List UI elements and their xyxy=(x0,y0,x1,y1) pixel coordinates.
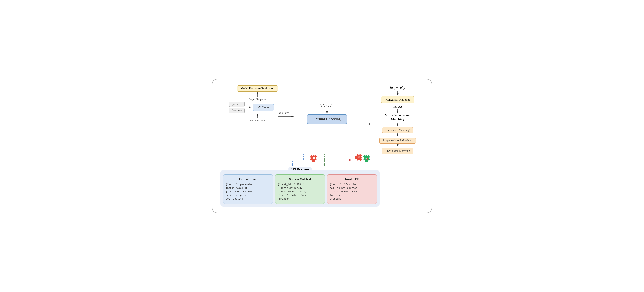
success-matched-code: {"dest_id":"13264", "latitude":37.8, "lo… xyxy=(278,183,322,201)
hungarian-mapping-box: Hungarian Mapping xyxy=(381,96,414,103)
fc-to-hungarian-arrow xyxy=(356,122,372,126)
rule-based-matching-box: Rule-based Matching xyxy=(382,127,413,133)
outer-diagram: Model Response Evaluation Output Respons… xyxy=(220,86,424,207)
response-based-matching-box: Response-based Matching xyxy=(380,138,416,144)
fc-model-box: FC Model xyxy=(253,104,274,111)
format-error-code: {"error":"parameter {param_name} of {fun… xyxy=(226,183,270,201)
success-matched-title: Success Matched xyxy=(278,178,322,181)
model-response-eval-box: Model Response Evaluation xyxy=(237,86,278,92)
functions-box: functions xyxy=(229,108,244,113)
left-column: Model Response Evaluation Output Respons… xyxy=(220,86,282,122)
arrow-to-llm xyxy=(396,144,399,147)
arrow-to-format-checking xyxy=(326,110,328,114)
gt-notation: [g0t, ···, gmt] xyxy=(390,86,405,90)
right-column: [g0t, ···, gmt] Hungarian Mapping (pit, … xyxy=(372,86,424,154)
multi-dim-matching-label: Multi-DimensionalMatching xyxy=(385,114,410,122)
bottom-area: API Response Format Error {"error":"para… xyxy=(220,170,424,206)
right-spacer xyxy=(384,170,424,206)
api-response-up-arrow xyxy=(256,114,259,119)
model-response-eval-title: Model Response Evaluation xyxy=(240,87,274,90)
red-cross-icon-2: ✕ xyxy=(356,154,362,161)
api-response-panel-label: API Response xyxy=(288,168,312,171)
llm-based-matching-box: LLM-based Matching xyxy=(382,148,413,154)
format-checking-box: Format Checking xyxy=(307,114,347,124)
invalid-fc-panel: Invalid FC {"error": "function call is n… xyxy=(327,174,377,204)
success-matched-panel: Success Matched {"dest_id":"13264", "lat… xyxy=(275,174,325,204)
api-response-top-label: API Response xyxy=(250,119,265,122)
query-functions-group: query functions xyxy=(229,102,244,113)
format-error-panel: Format Error {"error":"parameter {param_… xyxy=(223,174,273,204)
invalid-fc-title: Invalid FC xyxy=(330,178,374,181)
output-fc-arrow: Output FC→ xyxy=(278,115,294,118)
arrow-to-response xyxy=(396,133,399,137)
cross-icon-invalid: ✕ xyxy=(356,154,362,161)
fc-model-label: FC Model xyxy=(257,106,270,109)
center-column: [p0t, ···, pnt] Format Checking xyxy=(282,86,372,124)
output-response-label: Output Response xyxy=(248,98,266,101)
output-fc-label: Output FC→ xyxy=(279,112,292,115)
arrow-to-rule xyxy=(396,123,399,126)
fc-model-row: query functions FC Model xyxy=(229,102,274,113)
format-error-title: Format Error xyxy=(226,178,270,181)
query-box: query xyxy=(229,102,244,107)
arrow-to-fc-model xyxy=(246,105,252,110)
diagram-container: Model Response Evaluation Output Respons… xyxy=(212,79,432,213)
icons-row: ✕ ✓ xyxy=(220,154,424,166)
arrow-to-multidim xyxy=(396,109,399,114)
bottom-panels-container: API Response Format Error {"error":"para… xyxy=(220,170,380,206)
arrow-to-hungarian xyxy=(396,92,399,96)
pair-notation: (pit, gjt) xyxy=(394,105,402,109)
output-response-arrow xyxy=(256,92,259,98)
invalid-fc-code: {"error": "function call is not correct,… xyxy=(330,183,374,201)
dashed-blue-arrow xyxy=(290,154,316,166)
pt-notation: [p0t, ···, pnt] xyxy=(320,104,334,108)
